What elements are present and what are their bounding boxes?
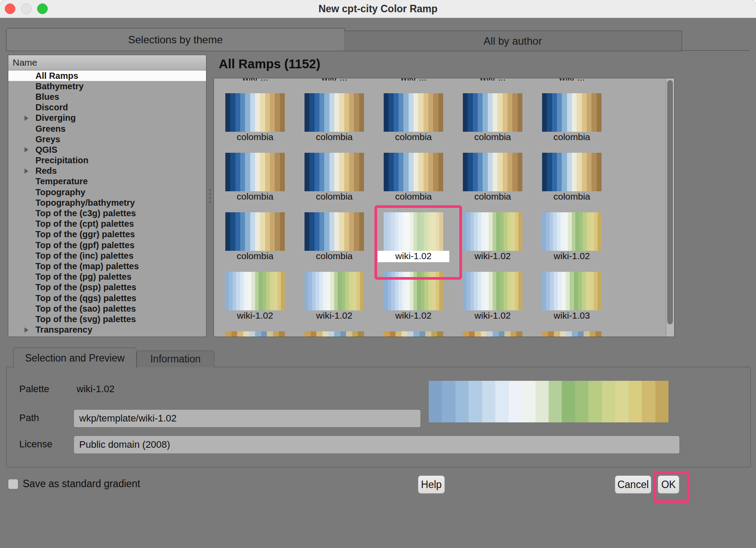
tree-item-transparency[interactable]: Transparency [8,325,206,335]
ramp-cell-blank[interactable] [463,331,522,337]
tree-item-top-of-the-sao-palettes[interactable]: Top of the (sao) palettes [8,303,206,314]
tree-item-discord[interactable]: Discord [8,102,206,113]
ramp-grid-row: wiki-...wiki-...wiki-...wiki-...wiki-... [225,78,674,93]
tree-item-label: Greens [35,124,66,134]
tree-item-topography-bathymetry[interactable]: Topography/bathymetry [8,197,206,208]
ramp-cell-colombia[interactable]: colombia [304,153,364,212]
tab-selection-and-preview[interactable]: Selection and Preview [13,348,136,368]
tree-item-top-of-the-inc-palettes[interactable]: Top of the (inc) palettes [8,250,206,261]
splitter-handle[interactable] [208,189,212,207]
tree-item-top-of-the-gpf-palettes[interactable]: Top of the (gpf) palettes [8,240,206,250]
ok-button[interactable]: OK [658,475,679,494]
tree-item-all-ramps[interactable]: All Ramps [8,70,206,81]
tab-selections-by-theme[interactable]: Selections by theme [6,28,345,51]
tree-item-top-of-the-qgs-palettes[interactable]: Top of the (qgs) palettes [8,293,206,303]
ramp-cell-wiki-1-02[interactable]: wiki-1.02 [304,272,364,331]
tree-item-temperature[interactable]: Temperature [8,176,206,187]
tree-item-qgis[interactable]: QGIS [8,144,206,155]
tree-item-label: Top of the (map) palettes [35,261,139,271]
tree-item-top-of-the-psp-palettes[interactable]: Top of the (psp) palettes [8,282,206,293]
ramp-cell-wiki-1-02[interactable]: wiki-1.02 [463,272,522,331]
ramp-swatch-label: colombia [304,132,364,143]
ramp-cell-colombia[interactable]: colombia [225,212,285,272]
license-input[interactable] [74,436,680,454]
ramp-swatch [384,212,443,251]
tab-all-by-author[interactable]: All by author [344,31,682,51]
tree-item-reds[interactable]: Reds [8,166,206,176]
ramp-cell-wiki-1-02[interactable]: wiki-1.02 [463,212,522,272]
main-tab-bar: Selections by theme All by author [6,28,750,50]
expand-arrow-icon[interactable] [24,327,28,333]
tree-item-greens[interactable]: Greens [8,123,206,134]
traffic-lights [5,0,48,18]
tree-item-greys[interactable]: Greys [8,134,206,144]
path-input[interactable] [74,409,421,428]
ramp-cell-wiki-1-02[interactable]: wiki-1.02 [542,212,602,272]
ramp-swatch [304,212,364,251]
save-gradient-checkbox[interactable] [8,479,18,489]
help-button[interactable]: Help [418,475,445,494]
ramp-cell-colombia[interactable]: colombia [304,212,364,272]
ramp-cell-colombia[interactable]: colombia [463,93,522,153]
tree-item-diverging[interactable]: Diverging [8,113,206,123]
zoom-button[interactable] [37,4,48,14]
ramp-swatch [225,212,285,251]
tree-item-top-of-the-cpt-palettes[interactable]: Top of the (cpt) palettes [8,219,206,229]
tree-item-top-of-the-ggr-palettes[interactable]: Top of the (ggr) palettes [8,229,206,240]
ramp-swatch-label: colombia [463,132,522,143]
license-label: License [19,439,52,450]
ramp-cell-wiki-1-02[interactable]: wiki-1.02 [225,272,285,331]
tree-column-header-name[interactable]: Name [8,55,206,70]
ramp-cell-wiki[interactable]: wiki-... [463,78,522,93]
cancel-button[interactable]: Cancel [615,475,651,494]
tree-item-top-of-the-map-palettes[interactable]: Top of the (map) palettes [8,261,206,271]
ramp-cell-blank[interactable] [304,331,364,337]
ramp-swatch [463,153,522,191]
ramp-cell-colombia[interactable]: colombia [463,153,522,212]
ramp-swatch [384,272,443,310]
tree-item-top-of-the-c3g-palettes[interactable]: Top of the (c3g) palettes [8,208,206,218]
tree-item-label: Top of the (inc) palettes [35,251,133,261]
ramp-cell-colombia[interactable]: colombia [384,153,443,212]
ramp-swatch-label: colombia [225,191,285,203]
ramp-swatch [225,93,285,132]
close-button[interactable] [5,4,15,14]
ramp-swatch [542,153,602,191]
expand-arrow-icon[interactable] [24,147,28,152]
expand-arrow-icon[interactable] [24,169,28,174]
grid-scrollbar-thumb[interactable] [667,80,673,324]
ramp-cell-blank[interactable] [542,331,602,337]
ramp-cell-blank[interactable] [384,331,443,337]
ramp-cell-colombia[interactable]: colombia [225,93,285,153]
minimize-button[interactable] [21,4,32,14]
ramp-cell-blank[interactable] [225,331,285,337]
ramp-cell-colombia[interactable]: colombia [542,93,602,153]
ramp-swatch-label: colombia [225,132,285,143]
ramp-swatch [542,93,602,132]
ramp-cell-wiki[interactable]: wiki-... [304,78,364,93]
tree-item-label: Discord [35,102,68,112]
tree-item-top-of-the-svg-palettes[interactable]: Top of the (svg) palettes [8,314,206,324]
expand-arrow-icon[interactable] [24,116,28,121]
ramp-swatch-label: wiki-1.02 [378,251,449,262]
ramp-cell-wiki-1-02[interactable]: wiki-1.02 [384,272,443,331]
ramp-grid-row: colombiacolombiacolombiacolombiacolombia [225,93,674,153]
tree-item-topography[interactable]: Topography [8,187,206,197]
ramp-cell-wiki[interactable]: wiki-... [384,78,443,93]
tree-item-top-of-the-pg-palettes[interactable]: Top of the (pg) palettes [8,272,206,282]
ramp-cell-colombia[interactable]: colombia [384,93,443,153]
ramp-cell-colombia[interactable]: colombia [225,153,285,212]
tree-item-blues[interactable]: Blues [8,91,206,102]
ramp-cell-wiki[interactable]: wiki-... [542,78,602,93]
tree-item-bathymetry[interactable]: Bathymetry [8,81,206,91]
ramp-cell-colombia[interactable]: colombia [304,93,364,153]
tab-information[interactable]: Information [136,351,214,367]
ramp-cell-wiki[interactable]: wiki-... [225,78,285,93]
ramp-cell-wiki-1-02-selected[interactable]: wiki-1.02 [384,212,443,272]
ramp-cell-colombia[interactable]: colombia [542,153,602,212]
ramp-cell-wiki-1-03[interactable]: wiki-1.03 [542,272,602,331]
tree-item-precipitation[interactable]: Precipitation [8,155,206,166]
ramp-swatch [225,153,285,191]
ramp-swatch [463,272,522,310]
grid-scrollbar[interactable] [666,78,674,337]
